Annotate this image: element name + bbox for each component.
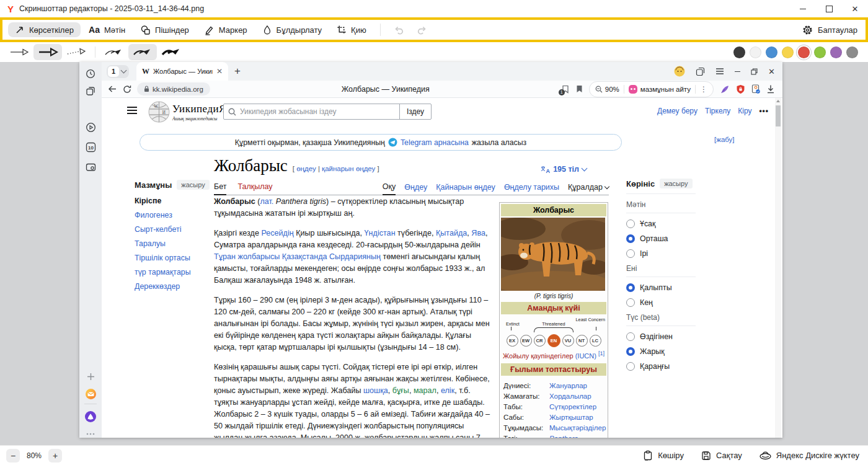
wiki-link[interactable]: шошқа (363, 386, 388, 395)
iucn-badge-ex[interactable]: EX (507, 335, 518, 347)
color-swatch[interactable] (766, 46, 777, 58)
arrow-style-sketch-thin[interactable] (100, 44, 128, 60)
color-swatch[interactable] (782, 46, 794, 58)
wikipedia-globe-logo[interactable]: WИ (148, 100, 170, 123)
wiki-link[interactable]: Үндістан (365, 229, 396, 237)
read-aloud-button[interactable]: мазмұнын айту (629, 85, 691, 94)
refresh-icon[interactable] (123, 85, 131, 94)
tool-blur-button[interactable]: Бұлдырлату (255, 22, 329, 37)
sidebar-more-icon[interactable] (84, 428, 97, 440)
toc-item[interactable]: Кіріспе (135, 195, 213, 207)
tab-close-icon[interactable]: ✕ (216, 67, 223, 76)
zoom-out-button[interactable]: − (6, 449, 20, 463)
wiki-header-link[interactable]: Демеу беру (657, 107, 698, 115)
redo-button[interactable] (411, 22, 433, 37)
language-selector[interactable]: A 195 тіл (498, 165, 587, 174)
tool-marker-button[interactable]: Маркер (197, 22, 254, 38)
toc-hide-button[interactable]: жасыру (177, 180, 209, 190)
wiki-link[interactable]: Қазақстанда Сырдарияның (282, 252, 381, 261)
radio-option[interactable]: Қараңғы (626, 362, 696, 371)
page-tab[interactable]: Құралдар (568, 183, 609, 195)
screenshot-image[interactable]: 10 1 W Жолбарыс — Уикипеді ✕ (79, 62, 782, 438)
wiki-link[interactable]: марал (414, 386, 436, 395)
browser-close-icon[interactable]: ✕ (768, 67, 775, 76)
copy-button[interactable]: Көшіру (643, 450, 684, 461)
taxonomy-value[interactable]: Хордалылар (549, 392, 591, 400)
arrow-style-sketch-medium[interactable] (128, 44, 157, 60)
upload-yandex-disk-button[interactable]: Яндекс Дискіге жүктеу (760, 451, 859, 460)
radio-option[interactable]: Кең (626, 298, 696, 307)
wiki-link[interactable]: Қытайда (436, 229, 467, 237)
yandex-mail-icon[interactable] (84, 388, 97, 400)
tool-arrows-button[interactable]: Көрсеткілер (8, 22, 81, 37)
more-options[interactable]: ••• (759, 107, 769, 115)
settings-button[interactable]: Баптаулар (802, 25, 860, 35)
telegram-link[interactable]: Telegram арнасына (401, 138, 469, 147)
color-swatch[interactable] (830, 46, 842, 58)
video-icon[interactable] (84, 121, 97, 133)
toc-item[interactable]: Дереккөздер (135, 281, 213, 293)
alice-assistant-icon[interactable] (84, 410, 97, 423)
scroll-up-icon[interactable] (776, 100, 780, 102)
color-swatch[interactable] (798, 46, 810, 58)
iucn-badge-ew[interactable]: EW (520, 335, 532, 347)
wiki-search-box[interactable]: Уикипедия жобасынан іздеу Іздеу (223, 104, 432, 120)
iucn-badge-cr[interactable]: CR (534, 335, 546, 347)
edit-source-link[interactable]: қайнарын өңдеу (322, 165, 375, 172)
wiki-menu-icon[interactable] (127, 107, 137, 116)
pill-menu-icon[interactable]: ⋮ (700, 85, 707, 94)
appearance-hide-button[interactable]: жасыру (660, 179, 692, 188)
panels-icon[interactable] (696, 67, 705, 76)
browser-minimize-icon[interactable] (735, 71, 740, 72)
reference-link[interactable]: [1] (598, 350, 604, 356)
minimize-button[interactable] (790, 0, 816, 17)
iucn-badge-vu[interactable]: VU (562, 335, 574, 347)
wiki-header-link[interactable]: Кіру (738, 107, 751, 115)
page-zoom-control[interactable]: 90% (595, 86, 619, 93)
color-swatch[interactable] (750, 46, 761, 58)
add-panel-icon[interactable] (84, 370, 97, 383)
history-icon[interactable] (84, 68, 97, 80)
browser-tab[interactable]: W Жолбарыс — Уикипеді ✕ (136, 62, 228, 81)
edit-link[interactable]: өңдеу (296, 165, 316, 172)
page-tab[interactable]: Бет (214, 182, 226, 195)
arrow-style-dotted[interactable] (62, 44, 91, 60)
color-swatch[interactable] (846, 46, 858, 58)
collections-icon[interactable]: 1 (561, 85, 570, 94)
radio-option[interactable]: Өздігінен (626, 332, 696, 341)
scrollbar-thumb[interactable] (776, 105, 781, 126)
banner-close-link[interactable]: [жабу] (714, 136, 735, 143)
new-tab-button[interactable]: + (234, 65, 241, 78)
radio-option[interactable]: Орташа (626, 234, 696, 243)
color-swatch[interactable] (733, 46, 745, 58)
taxonomy-value[interactable]: Мысықтәрізділер (549, 424, 606, 432)
translate-page-icon[interactable] (751, 84, 760, 94)
back-icon[interactable] (108, 85, 117, 93)
iucn-badge-nt[interactable]: NT (576, 335, 588, 347)
page-tab[interactable]: Қайнарын өңдеу (436, 183, 495, 195)
editor-canvas[interactable]: 10 1 W Жолбарыс — Уикипеді ✕ (0, 62, 868, 445)
zoom-in-button[interactable]: + (48, 449, 62, 463)
radio-option[interactable]: Қалыпты (626, 283, 696, 292)
radio-option[interactable]: Жарық (626, 347, 696, 356)
page-tab[interactable]: Оқу (383, 182, 396, 195)
toc-item[interactable]: Филогенез (135, 210, 213, 221)
protect-shield-icon[interactable] (736, 84, 745, 94)
browser-restore-icon[interactable] (751, 68, 758, 75)
tab-counter-badge[interactable]: 10 (84, 141, 97, 153)
menu-icon[interactable] (715, 68, 724, 75)
wiki-link[interactable]: елік (441, 386, 454, 395)
taxonomy-value[interactable]: Panthera (549, 435, 578, 438)
toc-item[interactable]: Таралуы (135, 238, 213, 250)
toc-item[interactable]: түр тармақтары (135, 267, 213, 278)
wikipedia-wordmark[interactable]: УикипедиЯ Ашық энциклопедиясы (172, 103, 226, 122)
save-button[interactable]: Сақтау (701, 451, 742, 461)
wiki-link[interactable]: Ява (471, 229, 485, 237)
page-tab[interactable]: Өңделу тарихы (504, 183, 559, 195)
screenshot-tool-icon[interactable] (84, 161, 97, 173)
tab-counter-button[interactable]: 1 (107, 65, 129, 78)
tool-text-button[interactable]: Аа Мәтін (82, 22, 132, 37)
tool-shapes-button[interactable]: Пішіндер (133, 22, 196, 38)
taxonomy-value[interactable]: Сүтқоректілер (549, 403, 596, 410)
color-swatch[interactable] (814, 46, 826, 58)
